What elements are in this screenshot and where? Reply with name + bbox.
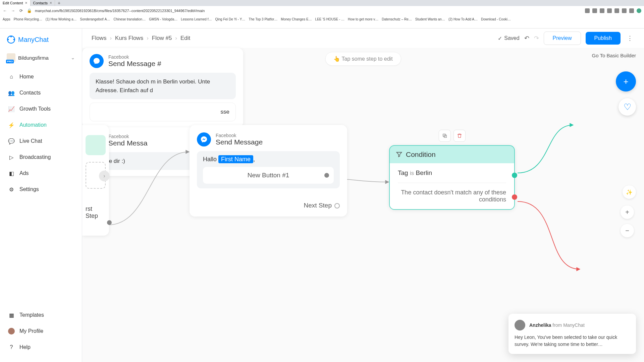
output-port[interactable]	[324, 173, 329, 178]
sidebar-item-label: Growth Tools	[19, 106, 51, 112]
check-icon: ✓	[498, 35, 502, 42]
reload-button[interactable]: ⟳	[19, 8, 23, 13]
bookmark[interactable]: The Top 3 Platfor…	[249, 17, 277, 21]
sidebar-item-broadcasting[interactable]: ▷Broadcasting	[0, 149, 82, 165]
chevron-right-icon: ›	[175, 35, 177, 42]
redo-button[interactable]: ↷	[534, 35, 539, 42]
broadcast-icon: ▷	[8, 154, 15, 161]
tab-bar: Edit Content × Contacts × +	[0, 0, 644, 6]
bookmark[interactable]: GMSN - Vologda…	[149, 17, 177, 21]
preview-button[interactable]: Preview	[544, 32, 581, 45]
chat-icon: 💬	[8, 138, 15, 144]
browser-tab[interactable]: Contacts ×	[31, 0, 55, 6]
chat-popup[interactable]: Anzhelika from ManyChat Hey Leon, You've…	[508, 314, 636, 354]
send-message-node[interactable]: FacebookSend Message # Klasse! Schaue do…	[82, 48, 243, 127]
browser-tab[interactable]: Edit Content ×	[0, 0, 31, 6]
undo-button[interactable]: ↶	[524, 35, 529, 42]
breadcrumb-item[interactable]: Flow #5	[152, 35, 172, 42]
new-tab-button[interactable]: +	[55, 0, 63, 6]
breadcrumb-item[interactable]: Kurs Flows	[115, 35, 143, 42]
condition-node[interactable]: Condition Tag is Berlin The contact does…	[389, 145, 515, 210]
bookmark[interactable]: Money Changes E…	[281, 17, 312, 21]
publish-button[interactable]: Publish	[586, 32, 621, 45]
bookmark[interactable]: Phone Recycling…	[14, 17, 42, 21]
sidebar-item-label: Home	[19, 74, 34, 80]
flow-canvas[interactable]: 👆 Tap some step to edit Go To Basic Buil…	[82, 48, 644, 362]
zoom-out-button[interactable]: −	[621, 224, 634, 237]
favorite-button[interactable]: ♡	[619, 98, 636, 116]
bookmark[interactable]: (1) How Working a…	[46, 17, 77, 21]
bookmark[interactable]: LEE 'S HOUSE - …	[315, 17, 345, 21]
bookmark[interactable]: Download - Cooki…	[481, 17, 511, 21]
zoom-in-button[interactable]: +	[621, 205, 634, 219]
chevron-right-icon: ›	[147, 35, 149, 42]
ads-icon: ◧	[8, 170, 15, 177]
start-trigger[interactable]	[86, 135, 106, 155]
magic-button[interactable]: ✨	[623, 185, 636, 199]
message-button[interactable]: sse	[90, 103, 236, 121]
extension-icon[interactable]	[622, 8, 627, 13]
bookmark[interactable]: Sonderangebot! A…	[80, 17, 110, 21]
bookmark[interactable]: How to get more v…	[348, 17, 378, 21]
output-port-true[interactable]	[512, 173, 517, 178]
back-button[interactable]: ←	[3, 8, 7, 13]
next-step[interactable]: Next Step	[197, 202, 340, 209]
extension-icon[interactable]	[585, 8, 590, 13]
logo[interactable]: ManyChat	[0, 32, 82, 51]
close-icon[interactable]: ×	[50, 1, 52, 5]
workspace-switcher[interactable]: PRO Bildungsfirma ⌄	[0, 51, 82, 69]
close-icon[interactable]: ×	[25, 1, 28, 5]
basic-builder-link[interactable]: Go To Basic Builder	[592, 53, 636, 58]
start-node[interactable]: › rst Step	[82, 125, 109, 236]
output-port-false[interactable]	[512, 194, 517, 200]
bookmark[interactable]: Student Wants an…	[415, 17, 445, 21]
avatar[interactable]	[637, 8, 641, 13]
chat-message: Hey Leon, You've been selected to take o…	[515, 334, 630, 348]
bookmark[interactable]: Datenschutz – Re…	[382, 17, 412, 21]
extension-icon[interactable]	[614, 8, 619, 13]
sidebar-item-ads[interactable]: ◧Ads	[0, 165, 82, 181]
more-button[interactable]: ⋮	[625, 35, 635, 42]
extension-icon[interactable]	[629, 8, 634, 13]
start-add-trigger[interactable]: ›	[86, 162, 106, 189]
bookmark[interactable]: Qing Fei De Yi - Y…	[215, 17, 245, 21]
bookmark[interactable]: Chinese translation…	[114, 17, 146, 21]
sidebar-item-help[interactable]: ?Help	[0, 339, 82, 355]
duplicate-button[interactable]	[439, 130, 451, 142]
sidebar-item-contacts[interactable]: 👥Contacts	[0, 85, 82, 101]
breadcrumb-item[interactable]: Flows	[92, 35, 106, 42]
bookmark[interactable]: Apps	[3, 17, 10, 21]
message-text: Klasse! Schaue doch m in Berlin vorbei. …	[90, 73, 236, 99]
output-port[interactable]	[334, 203, 340, 208]
extension-icon[interactable]	[592, 8, 597, 13]
message-body[interactable]: Hallo First Name, New Button #1	[197, 151, 340, 188]
extension-icon[interactable]	[600, 8, 604, 13]
sidebar-item-home[interactable]: ⌂Home	[0, 69, 82, 85]
chat-header: Anzhelika from ManyChat	[515, 320, 630, 330]
sidebar-item-profile[interactable]: My Profile	[0, 323, 82, 339]
message-button[interactable]: New Button #1	[203, 167, 334, 184]
svg-point-1	[10, 36, 12, 37]
sidebar-item-settings[interactable]: ⚙Settings	[0, 181, 82, 197]
automation-icon: ⚡	[8, 122, 15, 128]
brand-name: ManyChat	[18, 36, 49, 44]
forward-button[interactable]: →	[11, 8, 15, 13]
sidebar-item-automation[interactable]: ⚡Automation	[0, 117, 82, 133]
canvas-hint: 👆 Tap some step to edit	[325, 52, 401, 66]
extension-icon[interactable]	[607, 8, 612, 13]
condition-body[interactable]: Tag is Berlin The contact doesn't match …	[390, 163, 514, 209]
send-message-node[interactable]: FacebookSend Message Hallo First Name, N…	[190, 125, 347, 217]
bookmark[interactable]: Lessons Learned f…	[181, 17, 212, 21]
sidebar-item-growth-tools[interactable]: 📈Growth Tools	[0, 101, 82, 117]
condition-rule: Tag is Berlin	[398, 169, 506, 177]
messenger-icon	[90, 54, 104, 68]
sidebar-item-templates[interactable]: ▦Templates	[0, 307, 82, 323]
add-step-button[interactable]: +	[616, 71, 636, 92]
node-title: Condition	[406, 150, 436, 159]
bookmark[interactable]: (2) How To Add A…	[448, 17, 478, 21]
sidebar-item-live-chat[interactable]: 💬Live Chat	[0, 133, 82, 149]
output-port[interactable]	[107, 220, 112, 225]
delete-button[interactable]	[453, 130, 466, 142]
url-field[interactable]: manychat.com/fb198150208192061B/cms/file…	[35, 9, 582, 13]
variable-tag[interactable]: First Name	[218, 155, 253, 163]
